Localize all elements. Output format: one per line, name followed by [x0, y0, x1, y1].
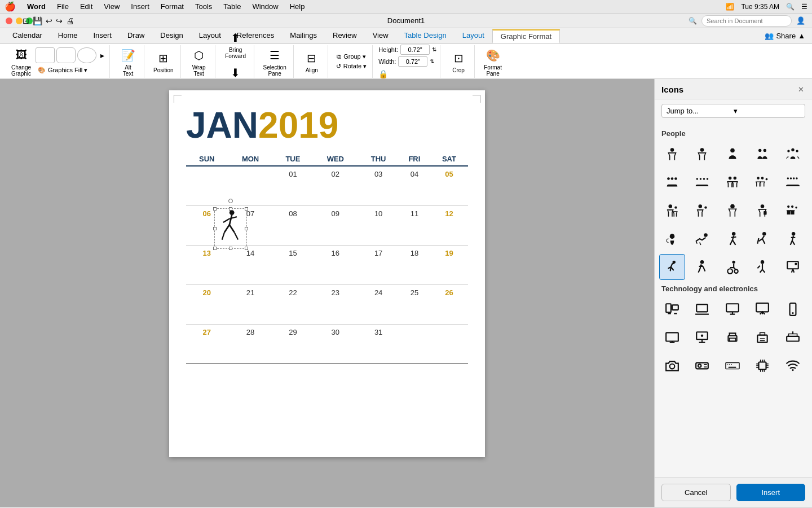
print-icon[interactable]: 🖨 [66, 16, 74, 25]
icons-panel-close-button[interactable]: ✕ [796, 85, 805, 94]
icon-wifi[interactable] [780, 353, 806, 379]
icon-tv[interactable] [659, 325, 685, 351]
handle-br[interactable] [245, 247, 248, 250]
icon-projector[interactable] [689, 353, 715, 379]
tab-graphic-format[interactable]: Graphic Format [492, 29, 560, 43]
shape-rounded[interactable] [56, 47, 76, 63]
wrap-text-button[interactable]: ⬡ WrapText [187, 44, 211, 79]
menu-word[interactable]: Word [23, 1, 50, 12]
fullscreen-icon[interactable]: ⊡ [23, 16, 29, 25]
menu-edit[interactable]: Edit [76, 1, 97, 12]
icon-group5[interactable] [689, 169, 715, 195]
handle-tr[interactable] [245, 207, 248, 211]
rotation-handle[interactable] [228, 199, 233, 203]
user-icon[interactable]: 👤 [796, 16, 805, 25]
icon-wheelchair[interactable] [720, 254, 745, 280]
tab-review[interactable]: Review [325, 28, 365, 43]
align-button[interactable]: ⊟ Align [299, 47, 324, 76]
icons-scroll-area[interactable]: People [655, 122, 812, 478]
icon-camera[interactable] [659, 353, 685, 379]
icon-printer[interactable] [720, 325, 745, 351]
icon-monitor[interactable] [749, 296, 775, 322]
menu-table[interactable]: Table [219, 1, 245, 12]
icon-walking3[interactable] [689, 254, 715, 280]
icon-parent-child[interactable] [659, 198, 685, 224]
format-pane-button[interactable]: 🎨 FormatPane [480, 44, 505, 79]
width-spinner[interactable]: ⇅ [430, 58, 434, 64]
icon-person-bag[interactable] [749, 198, 775, 224]
menu-tools[interactable]: Tools [191, 1, 217, 12]
icon-baby[interactable] [659, 226, 685, 252]
handle-tl[interactable] [213, 207, 217, 211]
menu-format[interactable]: Format [156, 1, 188, 12]
icon-running-selected[interactable] [659, 254, 685, 280]
handle-mr[interactable] [245, 227, 248, 230]
search-icon[interactable]: 🔍 [786, 3, 795, 11]
icon-group4[interactable] [659, 169, 685, 195]
height-spinner[interactable]: ⇅ [432, 46, 436, 52]
icon-crowd[interactable] [780, 169, 806, 195]
shapes-more[interactable]: ▸ [98, 47, 106, 63]
icon-parent-child2[interactable] [689, 198, 715, 224]
document-canvas[interactable]: JAN2019 SUN MON TUE WED THU FRI SAT [0, 79, 654, 507]
redo-icon[interactable]: ↪ [56, 16, 63, 25]
menu-window[interactable]: Window [248, 1, 283, 12]
icon-person3[interactable] [720, 198, 745, 224]
crop-button[interactable]: ⊡ Crop [446, 47, 471, 76]
save-icon[interactable]: 💾 [33, 16, 42, 25]
alt-text-button[interactable]: 📝 AltText [116, 44, 140, 79]
tab-draw[interactable]: Draw [120, 28, 152, 43]
change-graphic-button[interactable]: 🖼 ChangeGraphic [8, 44, 34, 79]
handle-ml[interactable] [213, 227, 217, 230]
icon-walking2[interactable] [780, 226, 806, 252]
icon-laptop[interactable] [689, 296, 715, 322]
search-document-icon[interactable]: 🔍 [689, 17, 697, 25]
icon-presentation[interactable] [780, 254, 806, 280]
icon-cane[interactable] [749, 254, 775, 280]
share-button[interactable]: 👥 Share ▲ [758, 28, 812, 43]
icon-fax[interactable] [749, 325, 775, 351]
icon-person1[interactable] [659, 141, 685, 167]
icon-phone[interactable] [780, 296, 806, 322]
tab-mailings[interactable]: Mailings [282, 28, 325, 43]
icon-family[interactable] [749, 169, 775, 195]
icon-person-exercise[interactable] [720, 226, 745, 252]
icon-monitor2[interactable] [689, 325, 715, 351]
shape-oval[interactable] [77, 47, 96, 63]
handle-bm[interactable] [229, 247, 232, 250]
height-input[interactable] [400, 45, 430, 55]
shape-rect[interactable] [36, 47, 55, 63]
selection-pane-button[interactable]: ☰ SelectionPane [260, 44, 290, 79]
tab-layout2[interactable]: Layout [454, 28, 492, 43]
icon-couple[interactable] [720, 169, 745, 195]
icon-crawling[interactable] [689, 226, 715, 252]
icon-family2[interactable] [780, 198, 806, 224]
tab-insert[interactable]: Insert [85, 28, 120, 43]
bring-forward-button[interactable]: ⬆ BringForward [221, 27, 250, 62]
search-document-input[interactable] [701, 15, 792, 27]
lock-aspect-icon[interactable]: 🔒 [378, 69, 388, 78]
undo-icon[interactable]: ↩ [46, 16, 52, 25]
icon-display[interactable] [720, 296, 745, 322]
cancel-button[interactable]: Cancel [661, 484, 731, 501]
handle-bl[interactable] [213, 247, 217, 250]
menu-help[interactable]: Help [285, 1, 310, 12]
graphics-fill-button[interactable]: 🎨 Graphics Fill ▾ [36, 65, 106, 75]
icon-keyboard[interactable] [720, 353, 745, 379]
group-button[interactable]: ⧉ Group ▾ [334, 52, 368, 62]
icon-group3[interactable] [780, 141, 806, 167]
position-button[interactable]: ⊞ Position [150, 47, 177, 76]
icon-scanner[interactable] [780, 325, 806, 351]
menu-insert[interactable]: Insert [126, 1, 154, 12]
tab-view[interactable]: View [365, 28, 396, 43]
handle-tm[interactable] [229, 207, 232, 211]
control-center-icon[interactable]: ☰ [801, 3, 807, 11]
icon-person2[interactable] [689, 141, 715, 167]
insert-button[interactable]: Insert [736, 484, 806, 501]
icon-desktop-tower[interactable] [659, 296, 685, 322]
rotate-button[interactable]: ↺ Rotate ▾ [334, 62, 369, 71]
menu-file[interactable]: File [52, 1, 73, 12]
jump-to-dropdown[interactable]: Jump to... ▾ [661, 104, 805, 118]
selection-box[interactable] [214, 208, 247, 249]
menu-view[interactable]: View [99, 1, 124, 12]
